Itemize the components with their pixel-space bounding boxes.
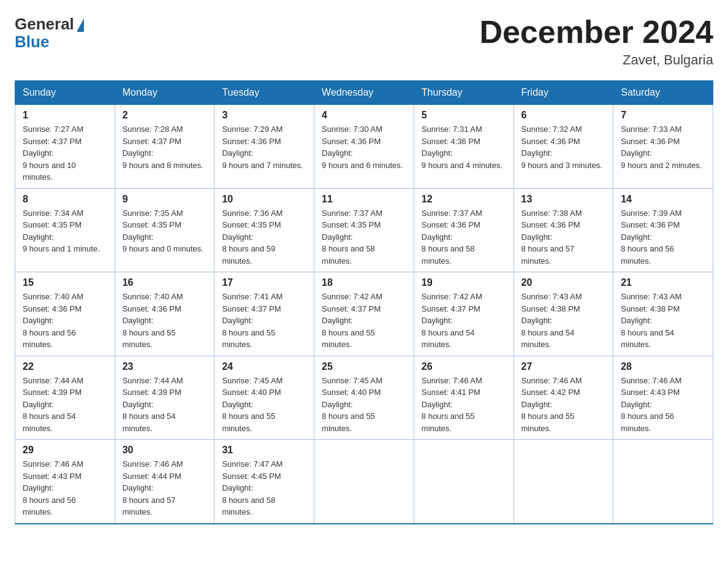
calendar-cell: 28 Sunrise: 7:46 AM Sunset: 4:43 PM Dayl… (613, 356, 713, 440)
calendar-cell: 4 Sunrise: 7:30 AM Sunset: 4:36 PM Dayli… (314, 105, 414, 189)
day-number: 7 (621, 110, 705, 121)
day-info: Sunrise: 7:42 AM Sunset: 4:37 PM Dayligh… (322, 291, 406, 351)
day-number: 12 (422, 194, 506, 205)
day-info: Sunrise: 7:37 AM Sunset: 4:36 PM Dayligh… (422, 207, 506, 267)
day-number: 14 (621, 194, 705, 205)
calendar-cell: 23 Sunrise: 7:44 AM Sunset: 4:39 PM Dayl… (115, 356, 214, 440)
calendar-cell: 9 Sunrise: 7:35 AM Sunset: 4:35 PM Dayli… (115, 188, 214, 272)
day-info: Sunrise: 7:44 AM Sunset: 4:39 PM Dayligh… (23, 375, 107, 435)
day-info: Sunrise: 7:43 AM Sunset: 4:38 PM Dayligh… (621, 291, 705, 351)
day-info: Sunrise: 7:46 AM Sunset: 4:43 PM Dayligh… (23, 458, 107, 518)
header-wednesday: Wednesday (314, 81, 414, 105)
calendar-header-row: SundayMondayTuesdayWednesdayThursdayFrid… (15, 81, 713, 105)
day-info: Sunrise: 7:32 AM Sunset: 4:36 PM Dayligh… (521, 123, 606, 171)
day-number: 19 (422, 277, 506, 288)
day-info: Sunrise: 7:33 AM Sunset: 4:36 PM Dayligh… (621, 123, 705, 171)
calendar-cell: 2 Sunrise: 7:28 AM Sunset: 4:37 PM Dayli… (115, 105, 214, 189)
day-number: 28 (621, 361, 705, 372)
day-number: 3 (222, 110, 306, 121)
day-number: 23 (123, 361, 207, 372)
header-thursday: Thursday (414, 81, 514, 105)
day-number: 24 (222, 361, 306, 372)
day-info: Sunrise: 7:38 AM Sunset: 4:36 PM Dayligh… (521, 207, 606, 267)
day-info: Sunrise: 7:43 AM Sunset: 4:38 PM Dayligh… (521, 291, 606, 351)
day-info: Sunrise: 7:36 AM Sunset: 4:35 PM Dayligh… (222, 207, 306, 267)
calendar-cell: 26 Sunrise: 7:46 AM Sunset: 4:41 PM Dayl… (414, 356, 514, 440)
title-area: December 2024 Zavet, Bulgaria (479, 15, 713, 68)
day-number: 4 (322, 110, 406, 121)
day-number: 13 (521, 194, 606, 205)
calendar-cell: 31 Sunrise: 7:47 AM Sunset: 4:45 PM Dayl… (214, 440, 314, 524)
day-number: 9 (123, 194, 207, 205)
logo-blue-text: Blue (15, 33, 49, 52)
day-number: 17 (222, 277, 306, 288)
day-number: 27 (521, 361, 606, 372)
calendar-cell: 7 Sunrise: 7:33 AM Sunset: 4:36 PM Dayli… (613, 105, 713, 189)
day-info: Sunrise: 7:30 AM Sunset: 4:36 PM Dayligh… (322, 123, 406, 171)
calendar-cell: 21 Sunrise: 7:43 AM Sunset: 4:38 PM Dayl… (613, 272, 713, 356)
calendar-cell: 27 Sunrise: 7:46 AM Sunset: 4:42 PM Dayl… (514, 356, 613, 440)
day-info: Sunrise: 7:40 AM Sunset: 4:36 PM Dayligh… (23, 291, 107, 351)
day-info: Sunrise: 7:46 AM Sunset: 4:44 PM Dayligh… (123, 458, 207, 518)
calendar-cell (514, 440, 613, 524)
header-saturday: Saturday (613, 81, 713, 105)
day-number: 11 (322, 194, 406, 205)
calendar-cell: 24 Sunrise: 7:45 AM Sunset: 4:40 PM Dayl… (214, 356, 314, 440)
calendar-week-row: 1 Sunrise: 7:27 AM Sunset: 4:37 PM Dayli… (15, 105, 713, 189)
day-info: Sunrise: 7:40 AM Sunset: 4:36 PM Dayligh… (123, 291, 207, 351)
day-number: 18 (322, 277, 406, 288)
day-number: 25 (322, 361, 406, 372)
day-number: 2 (123, 110, 207, 121)
calendar-cell: 16 Sunrise: 7:40 AM Sunset: 4:36 PM Dayl… (115, 272, 214, 356)
calendar-cell: 13 Sunrise: 7:38 AM Sunset: 4:36 PM Dayl… (514, 188, 613, 272)
day-info: Sunrise: 7:47 AM Sunset: 4:45 PM Dayligh… (222, 458, 306, 518)
header-friday: Friday (514, 81, 613, 105)
calendar-week-row: 15 Sunrise: 7:40 AM Sunset: 4:36 PM Dayl… (15, 272, 713, 356)
calendar-cell: 25 Sunrise: 7:45 AM Sunset: 4:40 PM Dayl… (314, 356, 414, 440)
day-info: Sunrise: 7:37 AM Sunset: 4:35 PM Dayligh… (322, 207, 406, 267)
logo-general-text: General (15, 15, 74, 34)
calendar-cell: 30 Sunrise: 7:46 AM Sunset: 4:44 PM Dayl… (115, 440, 214, 524)
day-number: 8 (23, 194, 107, 205)
calendar-week-row: 22 Sunrise: 7:44 AM Sunset: 4:39 PM Dayl… (15, 356, 713, 440)
header-monday: Monday (115, 81, 214, 105)
calendar-cell: 20 Sunrise: 7:43 AM Sunset: 4:38 PM Dayl… (514, 272, 613, 356)
logo-triangle-icon (77, 18, 84, 32)
calendar-cell: 12 Sunrise: 7:37 AM Sunset: 4:36 PM Dayl… (414, 188, 514, 272)
day-info: Sunrise: 7:44 AM Sunset: 4:39 PM Dayligh… (123, 375, 207, 435)
calendar-cell: 14 Sunrise: 7:39 AM Sunset: 4:36 PM Dayl… (613, 188, 713, 272)
calendar-cell: 1 Sunrise: 7:27 AM Sunset: 4:37 PM Dayli… (15, 105, 115, 189)
calendar-cell: 5 Sunrise: 7:31 AM Sunset: 4:36 PM Dayli… (414, 105, 514, 189)
day-number: 1 (23, 110, 107, 121)
day-info: Sunrise: 7:45 AM Sunset: 4:40 PM Dayligh… (222, 375, 306, 435)
day-number: 20 (521, 277, 606, 288)
location-subtitle: Zavet, Bulgaria (479, 52, 713, 68)
calendar-cell: 19 Sunrise: 7:42 AM Sunset: 4:37 PM Dayl… (414, 272, 514, 356)
day-info: Sunrise: 7:41 AM Sunset: 4:37 PM Dayligh… (222, 291, 306, 351)
page-header: General Blue December 2024 Zavet, Bulgar… (15, 15, 713, 68)
calendar-cell: 18 Sunrise: 7:42 AM Sunset: 4:37 PM Dayl… (314, 272, 414, 356)
day-number: 30 (123, 445, 207, 456)
day-info: Sunrise: 7:39 AM Sunset: 4:36 PM Dayligh… (621, 207, 705, 267)
day-number: 31 (222, 445, 306, 456)
day-number: 16 (123, 277, 207, 288)
day-info: Sunrise: 7:31 AM Sunset: 4:36 PM Dayligh… (422, 123, 506, 171)
calendar-cell: 3 Sunrise: 7:29 AM Sunset: 4:36 PM Dayli… (214, 105, 314, 189)
day-info: Sunrise: 7:34 AM Sunset: 4:35 PM Dayligh… (23, 207, 107, 255)
day-number: 26 (422, 361, 506, 372)
calendar-cell (414, 440, 514, 524)
calendar-cell: 10 Sunrise: 7:36 AM Sunset: 4:35 PM Dayl… (214, 188, 314, 272)
header-tuesday: Tuesday (214, 81, 314, 105)
logo: General Blue (15, 15, 84, 52)
calendar-cell: 29 Sunrise: 7:46 AM Sunset: 4:43 PM Dayl… (15, 440, 115, 524)
month-title: December 2024 (479, 15, 713, 50)
day-info: Sunrise: 7:46 AM Sunset: 4:42 PM Dayligh… (521, 375, 606, 435)
calendar-table: SundayMondayTuesdayWednesdayThursdayFrid… (15, 80, 713, 524)
calendar-cell: 6 Sunrise: 7:32 AM Sunset: 4:36 PM Dayli… (514, 105, 613, 189)
day-info: Sunrise: 7:46 AM Sunset: 4:41 PM Dayligh… (422, 375, 506, 435)
day-info: Sunrise: 7:27 AM Sunset: 4:37 PM Dayligh… (23, 123, 107, 183)
day-number: 10 (222, 194, 306, 205)
calendar-cell: 17 Sunrise: 7:41 AM Sunset: 4:37 PM Dayl… (214, 272, 314, 356)
header-sunday: Sunday (15, 81, 115, 105)
calendar-cell: 8 Sunrise: 7:34 AM Sunset: 4:35 PM Dayli… (15, 188, 115, 272)
